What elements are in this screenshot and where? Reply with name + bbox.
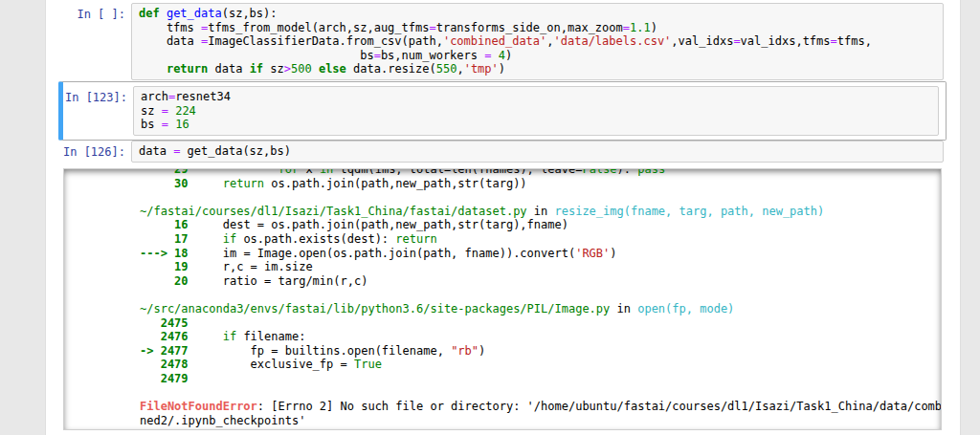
code-line: bs = 16 (141, 118, 931, 132)
code-line: 30 return os.path.join(path,new_path,str… (140, 177, 933, 191)
input-prompt: In [ ]: (46, 3, 131, 22)
code-editor[interactable]: data = get_data(sz,bs) (139, 144, 936, 159)
code-line: 2476 if filename: (140, 330, 933, 344)
code-line: data =ImageClassifierData.from_csv(path,… (139, 34, 936, 49)
traceback-text: 29 for x in tqdm(ims, total=len(fnames),… (64, 168, 941, 427)
code-input-run[interactable]: data = get_data(sz,bs) (131, 141, 944, 163)
code-line: 19 r,c = im.size (140, 260, 933, 274)
code-line: FileNotFoundError: [Errno 2] No such fil… (140, 400, 933, 414)
code-editor[interactable]: def get_data(sz,bs): tfms =tfms_from_mod… (139, 7, 936, 76)
code-cell-params-selected[interactable]: In [123]: arch=resnet34sz = 224bs = 16 (58, 81, 947, 141)
code-line: sz = 224 (141, 104, 931, 119)
code-line: 2478 exclusive_fp = True (140, 358, 933, 372)
input-prompt: In [126]: (46, 141, 131, 160)
input-prompt: In [123]: (63, 86, 133, 105)
code-line: 20 ratio = targ/min(r,c) (140, 274, 933, 289)
code-line: arch=resnet34 (141, 90, 931, 104)
code-line: data = get_data(sz,bs) (139, 144, 936, 159)
code-line (140, 288, 933, 302)
code-line: 17 if os.path.exists(dest): return (140, 232, 933, 247)
code-line: ~/fastai/courses/dl1/Isazi/Task1_China/f… (140, 205, 933, 219)
code-line: 29 for x in tqdm(ims, total=len(fnames),… (140, 168, 933, 177)
code-input-get-data[interactable]: def get_data(sz,bs): tfms =tfms_from_mod… (131, 3, 944, 80)
code-line: 2479 (140, 372, 933, 386)
output-traceback-area[interactable]: 29 for x in tqdm(ims, total=len(fnames),… (63, 168, 942, 430)
code-line (140, 386, 933, 401)
code-cell-get-data[interactable]: In [ ]: def get_data(sz,bs): tfms =tfms_… (46, 3, 960, 80)
code-line: ned2/.ipynb_checkpoints' (140, 414, 933, 428)
code-line: tfms =tfms_from_model(arch,sz,aug_tfms=t… (139, 21, 936, 35)
code-line: ---> 18 im = Image.open(os.path.join(pat… (140, 247, 933, 261)
notebook-container: In [ ]: def get_data(sz,bs): tfms =tfms_… (45, 0, 961, 435)
code-editor[interactable]: arch=resnet34sz = 224bs = 16 (141, 90, 931, 132)
code-cell-run-get-data[interactable]: In [126]: data = get_data(sz,bs) (46, 141, 960, 163)
code-line: ~/src/anaconda3/envs/fastai/lib/python3.… (140, 302, 933, 316)
jupyter-notebook-page: In [ ]: def get_data(sz,bs): tfms =tfms_… (0, 0, 980, 435)
code-line: 16 dest = os.path.join(path,new_path,str… (140, 218, 933, 232)
code-line: bs=bs,num_workers = 4) (139, 49, 936, 63)
code-input-params[interactable]: arch=resnet34sz = 224bs = 16 (133, 86, 939, 136)
code-line: 2475 (140, 316, 933, 331)
code-line: def get_data(sz,bs): (139, 7, 936, 21)
code-line (140, 190, 933, 205)
code-line: return data if sz>500 else data.resize(5… (139, 62, 936, 76)
code-line: -> 2477 fp = builtins.open(filename, "rb… (140, 344, 933, 359)
